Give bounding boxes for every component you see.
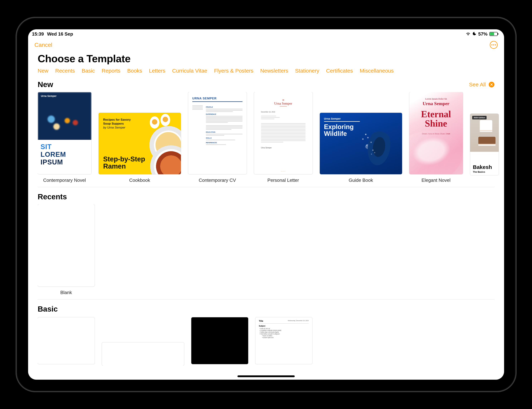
cv-h3: EDUCATION	[206, 131, 242, 133]
tab-reports[interactable]: Reports	[102, 68, 120, 74]
template-basic-1[interactable]	[38, 317, 95, 364]
cv-h1: PROFILE	[206, 106, 242, 108]
more-button[interactable]	[490, 41, 498, 49]
status-bar: 15:39 Wed 16 Sep 57%	[28, 29, 504, 39]
section-header-new: New See All	[38, 78, 504, 92]
nt-b0: Duis id orci ac	[260, 328, 309, 329]
thumb-line2: LOREM	[41, 151, 89, 158]
en-t1: Lorem Ipsum Dolor Sit	[413, 97, 459, 100]
thumb-guide-book: Urna Semper Exploring Wildlife	[320, 113, 402, 174]
battery-icon	[489, 32, 498, 36]
template-label: Guide Book	[349, 178, 373, 183]
category-tabs: New Recents Basic Reports Books Letters …	[28, 68, 504, 78]
row-recents: Blank	[38, 204, 504, 295]
row-basic: Wednesday, December 18, 2019 Title Subje…	[38, 317, 504, 365]
template-label: Blank	[60, 290, 72, 295]
thumb-line3: IPSUM	[41, 158, 89, 166]
tab-letters[interactable]: Letters	[149, 68, 165, 74]
en-t3a: Eternal	[413, 109, 459, 119]
ipad-frame: 15:39 Wed 16 Sep 57% Cancel	[16, 17, 517, 392]
template-label: Contemporary CV	[199, 178, 236, 183]
cb-sub2: Soup Suppers	[103, 122, 131, 126]
tab-flyers[interactable]: Flyers & Posters	[214, 68, 253, 74]
cancel-button[interactable]: Cancel	[35, 42, 52, 48]
section-title-basic: Basic	[38, 305, 58, 313]
see-all-new[interactable]: See All	[469, 82, 486, 88]
pl-logo: Urna Semper	[261, 99, 305, 105]
cb-sub1: Recipes for Savory	[103, 118, 131, 122]
tab-cv[interactable]: Curricula Vitae	[172, 68, 207, 74]
nt-b3: Sed tellus convall in aliquam	[260, 333, 309, 335]
wifi-icon	[466, 31, 471, 37]
tab-books[interactable]: Books	[127, 68, 142, 74]
tab-newsletters[interactable]: Newsletters	[260, 68, 288, 74]
en-t2: Urna Semper	[413, 101, 459, 106]
pl-sig: Urna Semper	[261, 147, 305, 149]
tab-certificates[interactable]: Certificates	[326, 68, 353, 74]
thumb-author: Urna Semper	[41, 95, 57, 97]
section-title-recents: Recents	[38, 192, 67, 201]
template-blank-recent[interactable]: Blank	[38, 204, 95, 295]
section-header-basic: Basic	[38, 303, 504, 317]
template-label: Personal Letter	[267, 178, 299, 183]
thumb-elegant-novel: Lorem Ipsum Dolor Sit Urna Semper Eterna…	[409, 92, 463, 174]
cv-h5: REFERENCES	[206, 142, 242, 144]
battery-percent: 57%	[478, 31, 487, 37]
row-new: Urna Semper SIT LOREM IPSUM Contemporary…	[38, 92, 504, 183]
gb-t1: Exploring	[324, 124, 360, 130]
template-guide-book[interactable]: Urna Semper Exploring Wildlife Guide Boo…	[320, 113, 402, 183]
gb-author: Urna Semper	[324, 117, 360, 120]
tab-stationery[interactable]: Stationery	[295, 68, 319, 74]
nt-sb0: Nunc ut tellus	[260, 335, 309, 336]
template-contemporary-cv[interactable]: URNA SEMPER PROFILE	[188, 92, 247, 183]
thumb-cookbook: Recipes for Savory Soup Suppers by Urna …	[99, 113, 181, 174]
thumb-bakeshop: 2020 Edition Bakesh The Basics	[470, 114, 499, 175]
thumb-contemporary-novel: Urna Semper SIT LOREM IPSUM	[38, 92, 91, 174]
template-cookbook[interactable]: Recipes for Savory Soup Suppers by Urna …	[99, 113, 181, 183]
thumb-blank	[38, 204, 95, 287]
ipad-screen: 15:39 Wed 16 Sep 57% Cancel	[28, 29, 504, 380]
cv-h4: SKILLS	[206, 137, 242, 139]
thumb-basic-black	[191, 317, 248, 364]
thumb-basic-blank-2	[102, 342, 184, 365]
template-bakeshop-partial[interactable]: 2020 Edition Bakesh The Basics	[470, 114, 499, 183]
nt-sb1: Dolore ipsit iure	[260, 336, 309, 338]
template-elegant-novel[interactable]: Lorem Ipsum Dolor Sit Urna Semper Eterna…	[409, 92, 463, 183]
template-label: Contemporary Novel	[43, 178, 86, 183]
bs-t1: Bakesh	[473, 164, 496, 170]
template-basic-2[interactable]	[102, 342, 184, 365]
template-label: Cookbook	[129, 178, 150, 183]
nav-bar: Cancel	[28, 39, 504, 51]
cb-title1: Step-by-Step	[103, 156, 145, 163]
bs-badge: 2020 Edition	[472, 116, 487, 119]
pl-date: December 16, 2019	[261, 111, 305, 113]
collapse-new-icon[interactable]	[489, 82, 494, 87]
thumb-personal-letter: Urna Semper December 16, 2019 Urna Sempe…	[254, 92, 313, 174]
page-title: Choose a Template	[28, 51, 504, 68]
cb-title2: Ramen	[103, 163, 145, 170]
tab-basic[interactable]: Basic	[82, 68, 95, 74]
nt-b1: Curabitur vulputat viverra pede	[260, 329, 309, 331]
gb-t2: Wildlife	[324, 130, 360, 137]
home-indicator[interactable]	[238, 375, 295, 377]
thumb-basic-blank-1	[38, 317, 95, 364]
thumb-note-taking: Wednesday, December 18, 2019 Title Subje…	[255, 317, 312, 364]
template-label: Elegant Novel	[422, 178, 451, 183]
template-basic-3[interactable]	[191, 317, 248, 364]
template-personal-letter[interactable]: Urna Semper December 16, 2019 Urna Sempe…	[254, 92, 313, 183]
status-date: Wed 16 Sep	[47, 31, 73, 37]
section-title-new: New	[38, 80, 53, 89]
divider	[38, 299, 494, 300]
tab-misc[interactable]: Miscellaneous	[360, 68, 394, 74]
tab-recents[interactable]: Recents	[55, 68, 75, 74]
status-time: 15:39	[32, 31, 44, 37]
thumb-line1: SIT	[41, 143, 89, 151]
nt-b2: Nulla vitae commodo ligula	[260, 331, 309, 333]
tab-new[interactable]: New	[38, 68, 48, 74]
content-scroll[interactable]: New See All Urna Semper SIT	[28, 78, 504, 380]
template-contemporary-novel[interactable]: Urna Semper SIT LOREM IPSUM Contemporary…	[38, 92, 91, 183]
en-t3b: Shine	[413, 119, 459, 128]
cv-name: URNA SEMPER	[192, 97, 242, 100]
template-basic-note[interactable]: Wednesday, December 18, 2019 Title Subje…	[255, 317, 312, 364]
thumb-contemporary-cv: URNA SEMPER PROFILE	[188, 92, 247, 174]
